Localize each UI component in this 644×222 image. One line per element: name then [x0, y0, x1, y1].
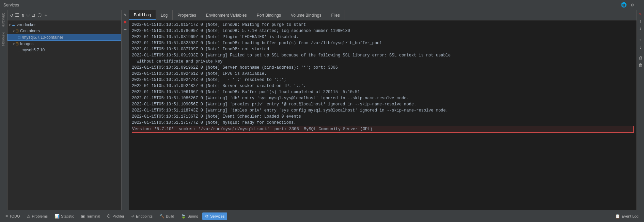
expand-arrow-images: ▾	[13, 42, 15, 46]
pencil-edit-icon[interactable]: ✎	[124, 12, 127, 18]
status-profiler[interactable]: ⏱ Profiler	[104, 212, 127, 220]
left-sidebar-strip: Structure Favorites	[0, 10, 7, 210]
log-line: 2022-01-15T05:10:51.015417Z 0 [Note] Inn…	[132, 22, 634, 28]
expand-arrow-containers: ▾	[13, 29, 15, 33]
divider-1	[637, 34, 644, 34]
todo-icon: ≡	[5, 214, 8, 219]
structure-label[interactable]: Structure	[1, 10, 6, 30]
log-line: 2022-01-15T05:10:51.171777Z 0 [Note] mys…	[132, 120, 634, 126]
vm-icon: ☁	[11, 22, 15, 27]
services-icon: ⚙	[205, 214, 209, 219]
minus-icon[interactable]: —	[124, 27, 127, 32]
content-panel: Build Log Log Properties Environment Var…	[129, 10, 637, 210]
images-label: Images	[20, 41, 33, 46]
favorites-label[interactable]: Favorites	[1, 30, 6, 49]
title-bar: Services 🌐 ⚙ —	[0, 0, 644, 10]
log-line: Version: '5.7.10' socket: '/var/run/mysq…	[132, 126, 634, 133]
tree-item-vm-docker[interactable]: ▾ ☁ vm-docker	[7, 22, 121, 28]
grid-icon[interactable]: ⊞	[27, 12, 29, 18]
status-event-log[interactable]: 📋 Event Log	[612, 212, 641, 220]
log-line: 2022-01-15T05:10:51.082393Z 0 [Note] Inn…	[132, 40, 634, 46]
log-line: 2022-01-15T05:10:51.092461Z 0 [Note] IPv…	[132, 71, 634, 77]
layout-icon[interactable]: ⬡	[37, 12, 42, 18]
problems-icon: ⚠	[27, 214, 31, 219]
expand-arrow-vm: ▾	[9, 23, 11, 27]
log-line: 2022-01-15T05:10:51.091962Z 0 [Note] Ser…	[132, 65, 634, 71]
tree-item-mysql-image[interactable]: □ mysql:5.7.10	[7, 47, 121, 53]
status-todo[interactable]: ≡ TODO	[3, 212, 23, 220]
log-line: 2022-01-15T05:10:51.108626Z 0 [Warning] …	[132, 95, 634, 101]
pencil-icon[interactable]: ✎	[639, 12, 642, 17]
containers-icon: ⊞	[15, 29, 19, 33]
status-endpoints[interactable]: ⇌ Endpoints	[128, 212, 155, 220]
log-line: 2022-01-15T05:10:51.118743Z 0 [Warning] …	[132, 107, 634, 114]
align-left-icon[interactable]: ☰	[15, 12, 19, 18]
print-icon[interactable]: ⎙	[639, 56, 642, 61]
image-icon: □	[18, 48, 20, 52]
adjust-icon[interactable]: ⇅	[21, 12, 24, 18]
tab-properties[interactable]: Properties	[173, 10, 201, 20]
profiler-icon: ⏱	[107, 214, 111, 219]
tree-panel: ↺ ☰ ⇅ ⊞ ⊿ ⬡ ＋ ▾ ☁ vm-docker ▾ ⊞ Containe…	[7, 10, 122, 210]
tab-log[interactable]: Log	[156, 10, 173, 20]
down-arrow-icon[interactable]: ↓	[639, 26, 642, 31]
refresh-icon[interactable]: ↺	[10, 12, 13, 18]
event-log-icon: 📋	[615, 214, 620, 219]
log-line: 2022-01-15T05:10:51.109056Z 0 [Warning] …	[132, 101, 634, 107]
status-statistic[interactable]: 📊 Statistic	[52, 212, 77, 220]
stop-icon[interactable]: ■	[124, 20, 127, 25]
images-icon: ⊞	[15, 41, 19, 46]
tab-bar: Build Log Log Properties Environment Var…	[129, 10, 637, 20]
mysql-container-label: /mysql5.7.10-container	[22, 35, 63, 40]
tab-files[interactable]: Files	[326, 10, 345, 20]
gear-icon[interactable]: ⚙	[631, 2, 633, 8]
filter-icon[interactable]: ⊿	[31, 12, 35, 18]
log-area[interactable]: 2022-01-15T05:10:51.015417Z 0 [Note] Inn…	[129, 20, 637, 210]
status-build[interactable]: 🔨 Build	[157, 212, 177, 220]
container-icon: □	[18, 35, 20, 40]
log-line: 2022-01-15T05:10:51.092482Z 0 [Note] Ser…	[132, 83, 634, 89]
log-line: 2022-01-15T05:10:51.106166Z 0 [Note] Inn…	[132, 89, 634, 95]
log-line: 2022-01-15T05:10:51.092474Z 0 [Note] - '…	[132, 77, 634, 83]
tree-item-images[interactable]: ▾ ⊞ Images	[7, 41, 121, 47]
tab-port-bindings[interactable]: Port Bindings	[252, 10, 286, 20]
tree-content: ▾ ☁ vm-docker ▾ ⊞ Containers □ /mysql5.7…	[7, 20, 121, 210]
delete-icon[interactable]: 🗑	[638, 63, 643, 68]
title-bar-actions: 🌐 ⚙ —	[621, 2, 641, 8]
tree-item-mysql-container[interactable]: □ /mysql5.7.10-container	[7, 34, 121, 41]
endpoints-icon: ⇌	[131, 214, 135, 219]
add-icon[interactable]: ＋	[44, 12, 48, 18]
vm-docker-label: vm-docker	[17, 22, 36, 27]
log-line: 2022-01-15T05:10:51.078699Z 0 [Note] Inn…	[132, 28, 634, 34]
status-right: 📋 Event Log	[612, 212, 641, 220]
status-terminal[interactable]: ▣ Terminal	[78, 212, 103, 220]
minimize-icon[interactable]: —	[638, 2, 641, 8]
scroll-down-icon[interactable]: ⇓	[639, 45, 642, 50]
tree-toolbar: ↺ ☰ ⇅ ⊞ ⊿ ⬡ ＋	[7, 10, 121, 20]
tab-env-vars[interactable]: Environment Variables	[201, 10, 252, 20]
log-line: 2022-01-15T05:10:51.171367Z 0 [Note] Eve…	[132, 114, 634, 120]
log-line: 2022-01-15T05:10:51.091933Z 0 [Warning] …	[132, 52, 634, 65]
tab-volume-bindings[interactable]: Volume Bindings	[286, 10, 326, 20]
divider-2	[637, 53, 644, 53]
status-services[interactable]: ⚙ Services	[202, 212, 227, 220]
up-arrow-icon[interactable]: ↑	[639, 19, 642, 24]
status-spring[interactable]: 🍃 Spring	[178, 212, 201, 220]
tab-build-log[interactable]: Build Log	[129, 10, 156, 20]
terminal-icon: ▣	[81, 214, 85, 219]
title-bar-text: Services	[3, 3, 19, 7]
main-area: Structure Favorites ↺ ☰ ⇅ ⊞ ⊿ ⬡ ＋ ▾ ☁ vm…	[0, 10, 644, 210]
status-bar: ≡ TODO ⚠ Problems 📊 Statistic ▣ Terminal…	[0, 210, 644, 222]
globe-icon[interactable]: 🌐	[621, 2, 627, 8]
build-icon: 🔨	[159, 214, 164, 219]
scroll-up-icon[interactable]: ⇑	[639, 37, 642, 42]
edit-strip: ✎ ■ —	[122, 10, 129, 210]
right-strip: ✎ ↑ ↓ ⇑ ⇓ ⎙ 🗑	[637, 10, 644, 210]
spring-icon: 🍃	[181, 214, 186, 219]
log-line: 2022-01-15T05:10:51.087709Z 0 [Note] Inn…	[132, 46, 634, 52]
statistic-icon: 📊	[54, 214, 60, 219]
containers-label: Containers	[20, 29, 40, 33]
tree-item-containers[interactable]: ▾ ⊞ Containers	[7, 28, 121, 34]
log-line: 2022-01-15T05:10:51.081969Z 0 [Note] Plu…	[132, 34, 634, 40]
status-problems[interactable]: ⚠ Problems	[24, 212, 50, 220]
